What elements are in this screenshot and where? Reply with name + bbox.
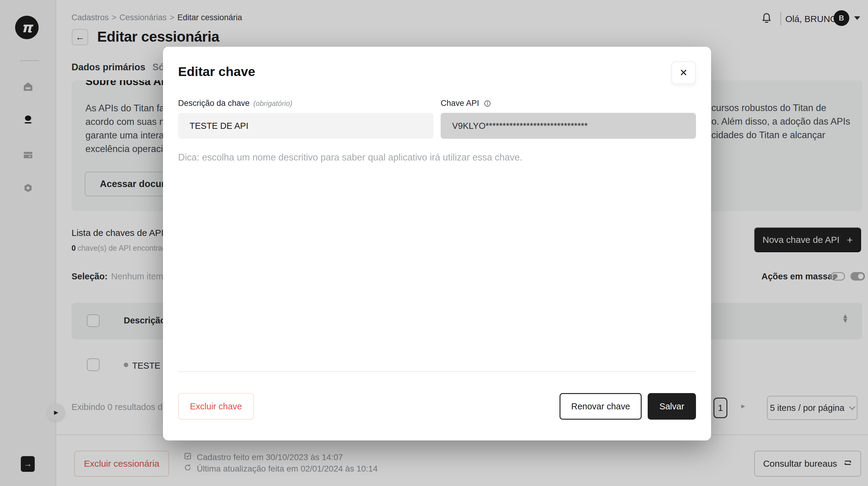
- modal-title: Editar chave: [178, 64, 255, 79]
- description-input[interactable]: [178, 113, 433, 139]
- close-icon[interactable]: ✕: [672, 61, 696, 84]
- info-icon[interactable]: [484, 100, 491, 107]
- delete-key-button[interactable]: Excluir chave: [178, 393, 254, 420]
- description-field-group: Descrição da chave (obrigatório): [178, 99, 433, 139]
- description-label: Descrição da chave (obrigatório): [178, 99, 433, 108]
- api-key-input[interactable]: [441, 113, 696, 139]
- api-key-field-group: Chave API: [441, 99, 696, 139]
- key-name-hint: Dica: escolha um nome descritivo para sa…: [178, 152, 522, 163]
- save-button[interactable]: Salvar: [648, 393, 696, 420]
- edit-key-modal: Editar chave ✕ Descrição da chave (obrig…: [163, 47, 711, 441]
- required-note: (obrigatório): [253, 99, 292, 108]
- api-key-label: Chave API: [441, 99, 696, 108]
- renew-key-button[interactable]: Renovar chave: [560, 393, 642, 420]
- modal-divider: [178, 371, 696, 372]
